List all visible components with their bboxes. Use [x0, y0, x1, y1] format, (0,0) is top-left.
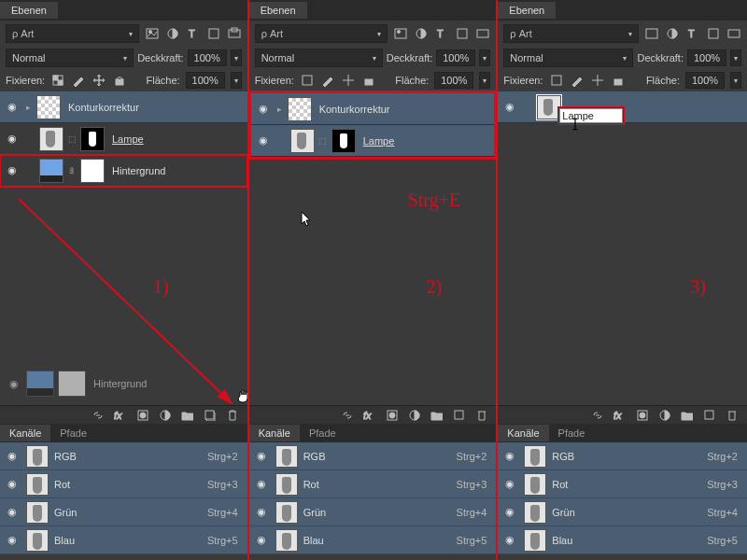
channels-tab[interactable]: Kanäle [0, 425, 50, 441]
adjustment-icon[interactable] [657, 408, 672, 423]
channel-red[interactable]: ◉RotStrg+3 [0, 470, 247, 498]
group-icon[interactable] [680, 408, 695, 423]
layer-mask-thumb[interactable] [331, 129, 356, 153]
lock-all-icon[interactable] [611, 73, 626, 88]
lock-all-icon[interactable] [361, 73, 376, 88]
opacity-value[interactable]: 100% [687, 49, 726, 66]
channel-blue[interactable]: ◉BlauStrg+5 [249, 526, 497, 554]
layers-tab[interactable]: Ebenen [249, 2, 307, 19]
layers-tab[interactable]: Ebenen [0, 2, 58, 19]
fx-icon[interactable]: fx [113, 408, 128, 423]
blend-mode-dropdown[interactable]: Normal▾ [255, 49, 383, 67]
lock-all-icon[interactable] [112, 73, 127, 88]
filter-shape-icon[interactable] [455, 26, 470, 41]
paths-tab[interactable]: Pfade [300, 425, 345, 441]
link-layers-icon[interactable] [590, 408, 605, 423]
layer-hintergrund[interactable]: ◉ 𝟠 Hintergrund [0, 155, 247, 187]
filter-image-icon[interactable] [145, 26, 160, 41]
opacity-value[interactable]: 100% [436, 49, 475, 66]
paths-tab[interactable]: Pfade [549, 425, 595, 441]
lock-transparent-icon[interactable] [300, 73, 315, 88]
layer-lampe[interactable]: ◉ ⬚ Lampe [0, 123, 247, 155]
blend-mode-dropdown[interactable]: Normal▾ [503, 49, 633, 67]
lock-transparent-icon[interactable] [50, 73, 65, 88]
filter-shape-icon[interactable] [206, 26, 221, 41]
layer-name[interactable]: Konturkorrektur [64, 102, 139, 113]
filter-smart-icon[interactable] [726, 26, 741, 41]
filter-text-icon[interactable]: T [434, 26, 449, 41]
layer-thumb[interactable] [290, 129, 315, 153]
mask-icon[interactable] [635, 408, 650, 423]
layer-mask-thumb[interactable] [80, 127, 105, 151]
trash-icon[interactable] [225, 408, 240, 423]
filter-image-icon[interactable] [393, 26, 408, 41]
layer-kontur[interactable]: ◉ ▸ Konturkorrektur [251, 93, 495, 125]
layer-lampe[interactable]: ◉ ⬚ Lampe [251, 125, 495, 157]
fill-value[interactable]: 100% [434, 72, 473, 89]
filter-text-icon[interactable]: T [685, 26, 700, 41]
channel-green[interactable]: ◉GrünStrg+4 [498, 498, 747, 526]
layer-thumb[interactable] [36, 95, 61, 119]
visibility-eye-icon[interactable]: ◉ [255, 134, 272, 147]
layers-tab[interactable]: Ebenen [498, 2, 556, 19]
layer-kontur[interactable]: ◉ ▸ Konturkorrektur [0, 91, 247, 123]
layer-name[interactable]: Lampe [108, 133, 144, 145]
layer-name[interactable]: Hintergrund [108, 165, 165, 176]
fill-value[interactable]: 100% [186, 72, 225, 89]
channel-blue[interactable]: ◉BlauStrg+5 [0, 526, 247, 554]
filter-adjust-icon[interactable] [414, 26, 429, 41]
layer-mask-thumb[interactable] [80, 159, 105, 183]
opacity-dropdown[interactable]: ▾ [231, 49, 242, 66]
visibility-eye-icon[interactable]: ◉ [4, 164, 21, 176]
adjustment-icon[interactable] [406, 408, 421, 423]
visibility-eye-icon[interactable]: ◉ [4, 101, 21, 113]
group-icon[interactable] [429, 408, 444, 423]
channel-rgb[interactable]: ◉RGBStrg+2 [249, 442, 497, 470]
link-layers-icon[interactable] [339, 408, 354, 423]
new-layer-icon[interactable] [451, 408, 466, 423]
new-layer-icon[interactable] [203, 408, 218, 423]
blend-mode-dropdown[interactable]: Normal▾ [6, 49, 134, 67]
layer-thumb[interactable] [288, 97, 312, 121]
channels-tab[interactable]: Kanäle [498, 425, 548, 441]
channels-tab[interactable]: Kanäle [249, 425, 300, 441]
mask-link-icon[interactable]: ⬚ [67, 134, 77, 144]
layer-thumb[interactable] [39, 159, 63, 183]
filter-adjust-icon[interactable] [665, 26, 680, 41]
channel-green[interactable]: ◉GrünStrg+4 [249, 498, 497, 526]
fill-dropdown[interactable]: ▾ [231, 72, 242, 89]
adjustment-icon[interactable] [158, 408, 173, 423]
filter-shape-icon[interactable] [706, 26, 721, 41]
layer-thumb[interactable] [39, 127, 63, 151]
channel-red[interactable]: ◉RotStrg+3 [249, 470, 497, 498]
visibility-eye-icon[interactable]: ◉ [255, 103, 272, 115]
visibility-eye-icon[interactable]: ◉ [501, 101, 518, 113]
channel-rgb[interactable]: ◉RGBStrg+2 [498, 442, 747, 470]
visibility-eye-icon[interactable]: ◉ [4, 133, 21, 145]
channel-red[interactable]: ◉RotStrg+3 [498, 470, 747, 498]
fx-icon[interactable]: fx [361, 408, 376, 423]
fx-icon[interactable]: fx [613, 408, 627, 423]
channel-rgb[interactable]: ◉RGBStrg+2 [0, 442, 247, 470]
link-layers-icon[interactable] [91, 408, 106, 423]
filter-dropdown[interactable]: ρ Art▾ [503, 24, 639, 43]
filter-smart-icon[interactable] [475, 26, 490, 41]
filter-dropdown[interactable]: ρ Art▾ [255, 24, 388, 43]
new-layer-icon[interactable] [702, 408, 717, 423]
trash-icon[interactable] [473, 408, 488, 423]
filter-dropdown[interactable]: ρ Art▾ [6, 24, 139, 43]
lock-brush-icon[interactable] [320, 73, 335, 88]
filter-image-icon[interactable] [644, 26, 659, 41]
paths-tab[interactable]: Pfade [50, 425, 96, 441]
lock-move-icon[interactable] [341, 73, 356, 88]
mask-icon[interactable] [384, 408, 399, 423]
mask-link-icon[interactable]: 𝟠 [67, 166, 77, 175]
expand-arrow-icon[interactable]: ▸ [24, 103, 33, 112]
opacity-value[interactable]: 100% [188, 49, 227, 66]
lock-brush-icon[interactable] [570, 73, 585, 88]
mask-icon[interactable] [135, 408, 150, 423]
lock-move-icon[interactable] [92, 73, 106, 88]
group-icon[interactable] [180, 408, 195, 423]
filter-text-icon[interactable]: T [186, 26, 201, 41]
channel-blue[interactable]: ◉BlauStrg+5 [498, 526, 747, 554]
